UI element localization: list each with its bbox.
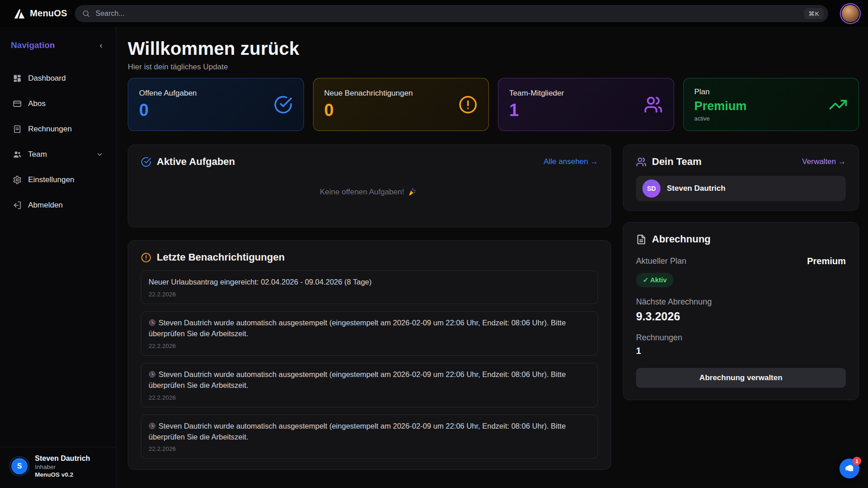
gear-icon <box>13 175 22 184</box>
sidebar-item-label: Abmelden <box>28 201 63 210</box>
stat-sub: active <box>694 115 747 122</box>
sidebar-item-label: Einstellungen <box>28 175 74 184</box>
clock-icon <box>149 422 156 430</box>
card-title: Abrechnung <box>652 233 711 245</box>
document-icon <box>636 234 646 245</box>
stat-label: Neue Benachrichtigungen <box>324 89 413 98</box>
empty-state-text: Keine offenen Aufgaben! <box>320 188 404 197</box>
sidebar: Navigation ‹ Dashboard Abos <box>0 27 116 488</box>
notification-text: Steven Dautrich wurde automatisch ausges… <box>149 319 566 338</box>
sidebar-item-abmelden[interactable]: Abmelden <box>6 196 110 214</box>
notifications-card: Letzte Benachrichtigungen Neuer Urlaubsa… <box>128 240 611 470</box>
chevron-down-icon <box>96 151 103 158</box>
card-title: Dein Team <box>652 156 702 168</box>
notification-text: Steven Dautrich wurde automatisch ausges… <box>149 370 566 389</box>
clock-icon <box>149 319 156 326</box>
notification-item: Steven Dautrich wurde automatisch ausges… <box>141 415 598 459</box>
users-icon <box>13 150 22 159</box>
stat-card-notifications: Neue Benachrichtigungen 0 <box>313 78 489 131</box>
stat-cards: Offene Aufgaben 0 Neue Benachrichtigunge… <box>128 78 859 131</box>
dashboard-grid-icon <box>13 74 22 83</box>
sidebar-nav: Dashboard Abos Rechnungen <box>0 69 116 222</box>
plan-value: Premium <box>807 256 846 266</box>
notification-date: 22.2.2026 <box>149 291 590 298</box>
notification-text: Steven Dautrich wurde automatisch ausges… <box>149 422 566 441</box>
logout-icon <box>13 201 22 210</box>
sidebar-item-rechnungen[interactable]: Rechnungen <box>6 120 110 138</box>
sidebar-user-card[interactable]: S Steven Dautrich Inhaber MenuOS v0.2 <box>0 447 116 488</box>
card-title: Aktive Aufgaben <box>157 156 235 168</box>
clock-icon <box>149 371 156 378</box>
chat-fab-button[interactable]: 1 <box>839 459 859 478</box>
search-input[interactable] <box>90 10 804 18</box>
check-circle-icon <box>141 157 151 167</box>
sidebar-user-avatar: S <box>10 457 29 476</box>
shortcut-badge: ⌘K <box>804 8 824 19</box>
view-all-tasks-link[interactable]: Alle ansehen → <box>544 157 598 166</box>
search-icon <box>82 10 90 18</box>
notification-date: 22.2.2026 <box>149 343 590 349</box>
credit-card-icon <box>13 99 22 108</box>
tasks-empty-state: Keine offenen Aufgaben! <box>141 168 598 216</box>
chat-bubbles-icon <box>844 463 855 474</box>
notification-item: Steven Dautrich wurde automatisch ausges… <box>141 363 598 407</box>
alert-circle-icon <box>141 252 151 263</box>
card-title: Letzte Benachrichtigungen <box>157 251 285 263</box>
brand[interactable]: MenuOS <box>14 8 70 19</box>
notification-item: Steven Dautrich wurde automatisch ausges… <box>141 311 598 356</box>
right-column: Dein Team Verwalten → SD Steven Dautrich <box>623 145 859 400</box>
member-avatar: SD <box>642 179 661 198</box>
active-tasks-card: Aktive Aufgaben Alle ansehen → Keine off… <box>128 145 611 227</box>
manage-billing-button[interactable]: Abrechnung verwalten <box>636 368 846 388</box>
trending-up-icon <box>829 95 848 114</box>
chat-unread-badge: 1 <box>853 457 861 465</box>
main-content: Willkommen zurück Hier ist dein tägliche… <box>116 27 868 488</box>
stat-value: Premium <box>694 99 747 113</box>
page-title: Willkommen zurück <box>128 39 859 59</box>
status-badge: ✓ Aktiv <box>636 273 674 287</box>
check-circle-icon <box>274 95 293 114</box>
sidebar-user-name: Steven Dautrich <box>35 454 90 463</box>
notification-item: Neuer Urlaubsantrag eingereicht: 02.04.2… <box>141 271 598 304</box>
alert-circle-icon <box>458 95 477 114</box>
search-bar[interactable]: ⌘K <box>75 5 828 22</box>
notification-date: 22.2.2026 <box>149 445 590 452</box>
left-column: Aktive Aufgaben Alle ansehen → Keine off… <box>128 145 611 470</box>
users-icon <box>636 157 646 167</box>
sidebar-collapse-button[interactable]: ‹ <box>97 39 105 51</box>
invoices-label: Rechnungen <box>636 333 846 343</box>
next-billing-label: Nächste Abrechnung <box>636 297 846 307</box>
sidebar-item-dashboard[interactable]: Dashboard <box>6 69 110 87</box>
plan-label: Aktueller Plan <box>636 256 686 266</box>
menuos-logo-icon <box>14 8 25 19</box>
notification-date: 22.2.2026 <box>149 394 590 401</box>
app-root: MenuOS ⌘K Navigation ‹ Dashboard <box>0 0 868 488</box>
page-subtitle: Hier ist dein tägliches Update <box>128 63 859 72</box>
sidebar-item-label: Dashboard <box>28 74 66 83</box>
sidebar-user-role: Inhaber <box>35 464 90 470</box>
invoices-value: 1 <box>636 346 846 356</box>
stat-label: Plan <box>694 87 747 97</box>
team-member-row[interactable]: SD Steven Dautrich <box>636 176 846 201</box>
notification-text: Neuer Urlaubsantrag eingereicht: 02.04.2… <box>149 277 590 288</box>
sidebar-item-einstellungen[interactable]: Einstellungen <box>6 171 110 189</box>
stat-label: Team-Mitglieder <box>509 89 564 98</box>
sidebar-item-label: Abos <box>28 99 46 108</box>
user-avatar[interactable] <box>842 5 859 22</box>
manage-team-link[interactable]: Verwalten → <box>802 157 846 166</box>
users-icon <box>644 95 663 114</box>
sidebar-item-abos[interactable]: Abos <box>6 95 110 113</box>
stat-value: 1 <box>509 101 564 120</box>
member-name: Steven Dautrich <box>667 184 725 193</box>
stat-value: 0 <box>324 101 413 120</box>
app-title: MenuOS <box>30 8 67 19</box>
sidebar-title: Navigation <box>11 40 55 50</box>
stat-card-plan: Plan Premium active <box>683 78 859 131</box>
stat-card-open-tasks: Offene Aufgaben 0 <box>128 78 304 131</box>
party-popper-icon <box>408 188 416 196</box>
app-version: MenuOS v0.2 <box>35 471 90 478</box>
invoice-icon <box>13 125 22 134</box>
sidebar-item-team[interactable]: Team <box>6 145 110 164</box>
stat-label: Offene Aufgaben <box>139 89 197 98</box>
stat-value: 0 <box>139 101 197 120</box>
